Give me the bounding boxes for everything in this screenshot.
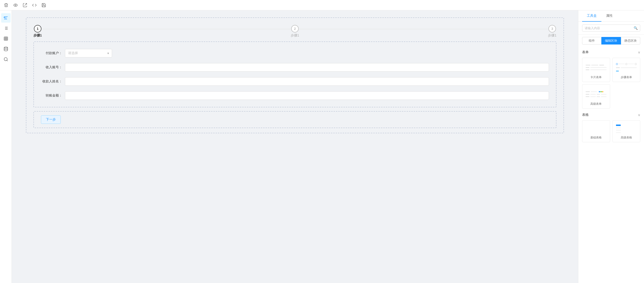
input-name[interactable] <box>65 77 549 86</box>
step-2-circle: 2 <box>291 25 299 32</box>
component-section: 表单 ∨ <box>578 47 644 144</box>
step-2: 2 步骤1 <box>291 25 299 38</box>
form-components-grid: 卡片表单 <box>582 58 640 108</box>
component-advanced-form[interactable]: 高级表单 <box>582 84 610 108</box>
svg-point-16 <box>4 47 8 48</box>
step-1-circle: 1 <box>34 25 42 32</box>
top-toolbar <box>0 0 644 10</box>
component-card-form[interactable]: 卡片表单 <box>582 58 610 82</box>
step-2-label: 步骤1 <box>291 34 299 38</box>
step-3: 3 步骤1 <box>548 25 556 38</box>
search-box: 🔍 <box>582 24 640 32</box>
step-form-preview <box>615 60 638 74</box>
component-advanced-table[interactable]: 高级表格 <box>612 120 640 142</box>
left-sidebar <box>0 10 12 283</box>
svg-line-1 <box>24 3 26 6</box>
basic-table-preview <box>585 123 608 135</box>
tab-toolbox[interactable]: 工具盒 <box>582 10 602 22</box>
canvas-area: 1 步骤1 2 步骤1 3 步骤1 <box>12 10 578 283</box>
preview-icon[interactable] <box>13 3 18 8</box>
step-1-label: 步骤1 <box>34 34 42 38</box>
label-income: 收入账号： <box>41 65 62 70</box>
svg-line-18 <box>6 60 8 61</box>
step-3-circle: 3 <box>548 25 556 32</box>
right-search-area: 🔍 <box>578 22 644 34</box>
block-tabs: 组件 编辑区块 静态区块 <box>578 34 644 47</box>
step-3-label: 步骤1 <box>548 34 556 38</box>
chevron-down-icon-table: ∨ <box>638 113 640 117</box>
step-line-2 <box>299 29 548 29</box>
section-header-form[interactable]: 表单 ∨ <box>582 49 640 56</box>
buttons-area: 下一步 <box>34 111 556 128</box>
table-components-grid: 基础表格 <box>582 120 640 142</box>
svg-rect-11 <box>4 37 8 40</box>
sidebar-item-table[interactable] <box>1 34 10 43</box>
search-icon: 🔍 <box>634 26 638 30</box>
step-1: 1 步骤1 <box>34 25 42 38</box>
form-row-amount: 转账金额： <box>41 91 549 100</box>
advanced-form-label: 高级表单 <box>590 102 602 106</box>
sidebar-item-search[interactable] <box>1 54 10 64</box>
svg-point-0 <box>15 4 16 6</box>
tab-properties[interactable]: 属性 <box>602 10 618 22</box>
step-line-1 <box>42 29 291 29</box>
sidebar-item-list[interactable] <box>1 24 10 33</box>
advanced-table-label: 高级表格 <box>621 136 632 140</box>
advanced-table-preview <box>615 123 638 135</box>
right-panel: 工具盒 属性 🔍 组件 编辑区块 静态区块 表单 ∨ <box>578 10 644 283</box>
label-name: 收款人姓名： <box>41 79 62 84</box>
sidebar-item-database[interactable] <box>1 44 10 54</box>
card-form-preview <box>585 60 608 74</box>
label-amount: 转账金额： <box>41 94 62 98</box>
basic-table-label: 基础表格 <box>590 136 602 140</box>
select-account[interactable]: 请选择 ▾ <box>65 49 112 58</box>
sidebar-item-outline[interactable] <box>1 13 10 22</box>
main-layout: 1 步骤1 2 步骤1 3 步骤1 <box>0 10 644 283</box>
input-income[interactable] <box>65 63 549 72</box>
step-container: 1 步骤1 2 步骤1 3 步骤1 <box>26 18 564 133</box>
svg-point-17 <box>4 58 7 61</box>
tab-static-block[interactable]: 静态区块 <box>621 37 640 44</box>
chevron-down-icon: ▾ <box>107 51 109 55</box>
save-icon[interactable] <box>42 3 46 8</box>
right-panel-tabs: 工具盒 属性 <box>578 10 644 22</box>
tab-edit-block[interactable]: 编辑区块 <box>602 37 621 44</box>
delete-icon[interactable] <box>4 3 8 8</box>
input-amount[interactable] <box>65 91 549 100</box>
form-row-income: 收入账号： <box>41 63 549 72</box>
advanced-form-preview <box>585 87 608 101</box>
form-row-account: 付款账户： 请选择 ▾ <box>41 49 549 58</box>
form-row-name: 收款人姓名： <box>41 77 549 86</box>
component-step-form[interactable]: 步骤表单 <box>612 58 640 82</box>
card-form-label: 卡片表单 <box>590 75 602 79</box>
form-card: 付款账户： 请选择 ▾ 收入账号： 收款人姓名： <box>34 42 556 107</box>
chevron-down-icon: ∨ <box>638 50 640 54</box>
section-header-table[interactable]: 表格 ∨ <box>582 111 640 118</box>
step-form-label: 步骤表单 <box>621 75 632 79</box>
export-icon[interactable] <box>22 3 27 8</box>
component-basic-table[interactable]: 基础表格 <box>582 120 610 142</box>
code-icon[interactable] <box>32 3 37 8</box>
label-account: 付款账户： <box>41 51 62 55</box>
search-input[interactable] <box>585 26 634 30</box>
next-button[interactable]: 下一步 <box>41 115 61 124</box>
tab-component[interactable]: 组件 <box>582 37 602 44</box>
steps-row: 1 步骤1 2 步骤1 3 步骤1 <box>34 25 556 38</box>
